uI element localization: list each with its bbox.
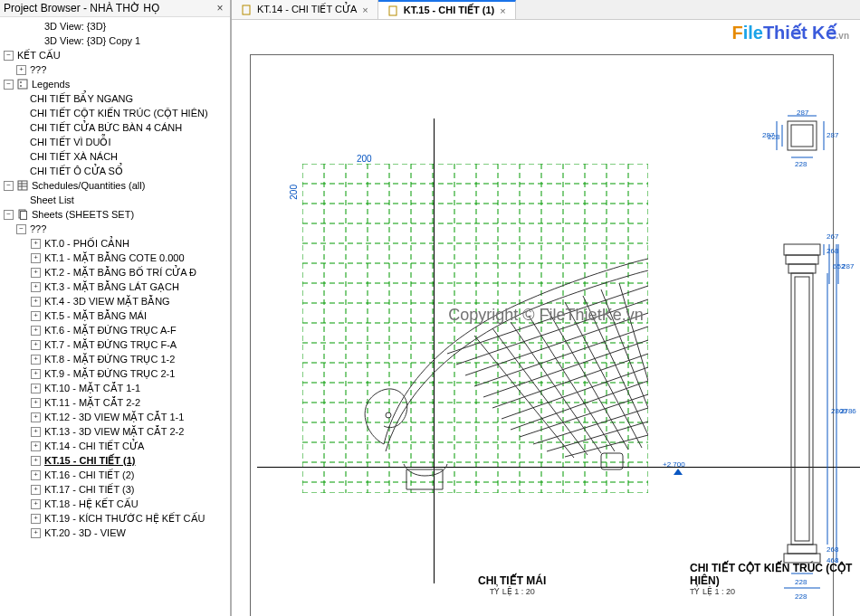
tree-item[interactable]: +KT.5 - MẶT BẰNG MÁI [0, 308, 230, 323]
expand-icon[interactable]: + [31, 311, 41, 321]
tree-item[interactable]: −Sheets (SHEETS SET) [0, 207, 230, 222]
expand-icon[interactable]: + [31, 355, 41, 365]
tree-item[interactable]: +KT.7 - MẶT ĐỨNG TRỤC F-A [0, 337, 230, 352]
expand-icon[interactable]: + [31, 456, 41, 466]
collapse-icon[interactable]: − [4, 181, 14, 191]
expand-icon[interactable]: + [31, 268, 41, 278]
tree-item-label: Sheets (SHEETS SET) [32, 209, 134, 220]
tree-item[interactable]: +KT.1 - MẶT BẰNG COTE 0.000 [0, 251, 230, 265]
expand-icon[interactable]: + [31, 499, 41, 509]
svg-text:228: 228 [795, 160, 807, 168]
tree-item[interactable]: +KT.3 - MẶT BẰNG LÁT GẠCH [0, 280, 230, 294]
tree-item[interactable]: −??? [0, 222, 230, 236]
tree-item[interactable]: CHI TIẾT BẨY NGANG [0, 91, 230, 106]
twisty-blank [16, 152, 26, 162]
tree-item-label: 3D View: {3D} [44, 21, 106, 32]
tree-item[interactable]: +??? [0, 62, 230, 77]
expand-icon[interactable]: + [31, 326, 41, 336]
tree-item-label: KT.15 - CHI TIẾT (1) [44, 455, 136, 467]
tree-item[interactable]: +KT.20 - 3D - VIEW [0, 526, 230, 540]
svg-text:228: 228 [795, 592, 807, 601]
tree-item[interactable]: −Legends [0, 77, 230, 91]
tree-item[interactable]: +KT.4 - 3D VIEW MẶT BẰNG [0, 294, 230, 308]
column-detail-drawing: 287 287 228 228 287 267 268 652 287 2800… [751, 110, 860, 608]
tree-item[interactable]: CHI TIẾT VÌ DUỖI [0, 135, 230, 149]
expand-icon[interactable]: + [31, 369, 41, 379]
expand-icon[interactable]: + [31, 528, 41, 538]
twisty-blank [16, 166, 26, 176]
tree-item[interactable]: +KT.17 - CHI TIẾT (3) [0, 482, 230, 497]
tree-item-label: KT.19 - KÍCH THƯỚC HỆ KẾT CẤU [44, 513, 205, 525]
tree-item[interactable]: +KT.8 - MẶT ĐỨNG TRỤC 1-2 [0, 352, 230, 366]
svg-rect-97 [788, 545, 817, 554]
svg-text:268: 268 [827, 545, 839, 554]
tree-item[interactable]: −Schedules/Quantities (all) [0, 178, 230, 193]
tree-item[interactable]: CHI TIẾT CỘT KIẾN TRÚC (CỘT HIÊN) [0, 106, 230, 120]
expand-icon[interactable]: + [31, 340, 41, 350]
tree-item[interactable]: +KT.18 - HỆ KẾT CẤU [0, 497, 230, 511]
tree-item[interactable]: +KT.10 - MẶT CẮT 1-1 [0, 381, 230, 395]
tree-item[interactable]: 3D View: {3D} Copy 1 [0, 33, 230, 48]
tab-label: KT.15 - CHI TIẾT (1) [404, 5, 495, 16]
tree-item-label: 3D View: {3D} Copy 1 [44, 35, 140, 46]
elevation-value: +2.700 [663, 460, 685, 469]
expand-icon[interactable]: + [31, 398, 41, 408]
expand-icon[interactable]: + [31, 253, 41, 263]
expand-icon[interactable]: + [31, 514, 41, 524]
panel-title: Project Browser - NHÀ THỜ HỌ [4, 2, 159, 14]
expand-icon[interactable]: + [31, 441, 41, 451]
drawing-canvas[interactable]: 200 200 +2.700 CHI TIẾT [232, 20, 860, 616]
tree-item[interactable]: +KT.2 - MẶT BẰNG BỐ TRÍ CỬA Đ [0, 265, 230, 280]
tree-item-label: KT.9 - MẶT ĐỨNG TRỤC 2-1 [44, 368, 175, 380]
main-area: KT.14 - CHI TIẾT CỬA×KT.15 - CHI TIẾT (1… [232, 0, 860, 616]
tree-item[interactable]: +KT.9 - MẶT ĐỨNG TRỤC 2-1 [0, 366, 230, 381]
tree-item[interactable]: +KT.12 - 3D VIEW MẶT CẮT 1-1 [0, 410, 230, 424]
sheet-icon [387, 5, 398, 16]
tree-item-label: KT.12 - 3D VIEW MẶT CẮT 1-1 [44, 412, 184, 423]
collapse-icon[interactable]: − [4, 80, 14, 90]
tree-item[interactable]: Sheet List [0, 193, 230, 207]
twisty-blank [31, 22, 41, 32]
tab-close-button[interactable]: × [362, 5, 368, 15]
watermark-logo: FileThiết Kế.vn [731, 22, 849, 43]
expand-icon[interactable]: + [31, 384, 41, 393]
project-tree[interactable]: 3D View: {3D}3D View: {3D} Copy 1−KẾT CẤ… [0, 17, 230, 616]
expand-icon[interactable]: + [31, 297, 41, 307]
dim-grid-h: 200 [357, 154, 372, 164]
expand-icon[interactable]: + [31, 412, 41, 422]
expand-icon[interactable]: + [16, 65, 26, 75]
svg-text:287: 287 [797, 110, 809, 117]
svg-text:228: 228 [795, 578, 807, 586]
tree-item[interactable]: +KT.19 - KÍCH THƯỚC HỆ KẾT CẤU [0, 511, 230, 526]
view-tab[interactable]: KT.14 - CHI TIẾT CỬA× [232, 0, 378, 19]
tree-item[interactable]: CHI TIẾT CỬA BỨC BÀN 4 CÁNH [0, 120, 230, 135]
tree-item-label: Sheet List [30, 194, 74, 205]
tree-item[interactable]: +KT.0 - PHỐI CẢNH [0, 236, 230, 251]
tab-close-button[interactable]: × [500, 5, 505, 16]
expand-icon[interactable]: + [31, 239, 41, 249]
view-tab[interactable]: KT.15 - CHI TIẾT (1)× [378, 0, 516, 19]
expand-icon[interactable]: + [31, 427, 41, 437]
panel-header: Project Browser - NHÀ THỜ HỌ × [0, 0, 230, 17]
collapse-icon[interactable]: − [16, 224, 26, 234]
svg-rect-9 [243, 5, 250, 14]
tree-item[interactable]: +KT.15 - CHI TIẾT (1) [0, 453, 230, 468]
panel-close-button[interactable]: × [214, 2, 226, 14]
tree-item[interactable]: +KT.11 - MẶT CẮT 2-2 [0, 395, 230, 410]
tree-item-label: Legends [32, 79, 70, 90]
tree-item[interactable]: CHI TIẾT Ô CỬA SỔ [0, 164, 230, 178]
tree-item[interactable]: +KT.6 - MẶT ĐỨNG TRỤC A-F [0, 323, 230, 337]
project-browser-panel: Project Browser - NHÀ THỜ HỌ × 3D View: … [0, 0, 232, 616]
expand-icon[interactable]: + [31, 485, 41, 495]
collapse-icon[interactable]: − [4, 51, 14, 61]
view-tabs: KT.14 - CHI TIẾT CỬA×KT.15 - CHI TIẾT (1… [232, 0, 860, 20]
expand-icon[interactable]: + [31, 470, 41, 480]
tree-item[interactable]: +KT.13 - 3D VIEW MẶT CẮT 2-2 [0, 424, 230, 439]
tree-item[interactable]: −KẾT CẤU [0, 48, 230, 62]
tree-item[interactable]: CHI TIẾT XÀ NÁCH [0, 149, 230, 164]
tree-item[interactable]: +KT.16 - CHI TIẾT (2) [0, 468, 230, 482]
expand-icon[interactable]: + [31, 282, 41, 292]
collapse-icon[interactable]: − [4, 210, 14, 220]
tree-item[interactable]: 3D View: {3D} [0, 19, 230, 33]
tree-item[interactable]: +KT.14 - CHI TIẾT CỬA [0, 439, 230, 453]
